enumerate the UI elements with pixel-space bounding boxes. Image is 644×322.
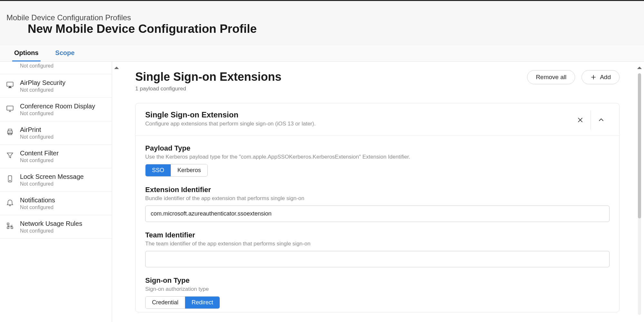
remove-payload-button[interactable] (572, 112, 589, 128)
field-team-identifier: Team Identifier The team identifier of t… (145, 231, 610, 267)
sidebar-item-airplay-security[interactable]: AirPlay Security Not configured (0, 74, 112, 98)
sidebar-item-sub: Not configured (20, 158, 59, 163)
card-subtitle: Configure app extensions that perform si… (145, 121, 316, 127)
close-icon (577, 116, 584, 124)
svg-rect-9 (7, 227, 9, 228)
collapse-button[interactable] (593, 112, 610, 128)
field-payload-type: Payload Type Use the Kerberos payload ty… (145, 144, 610, 177)
sidebar-item-notifications[interactable]: Notifications Not configured (0, 192, 112, 215)
sidebar-item-sub: Not configured (20, 111, 95, 116)
payload-type-segmented: SSO Kerberos (145, 164, 208, 177)
sidebar-item-sub: Not configured (20, 87, 65, 93)
field-help: The team identifier of the app extension… (145, 241, 610, 247)
chevron-up-icon (598, 116, 605, 124)
field-title: Extension Identifier (145, 186, 610, 194)
signon-type-credential[interactable]: Credential (146, 297, 185, 308)
sidebar-item-content-filter[interactable]: Content Filter Not configured (0, 145, 112, 168)
sidebar-item-network-usage[interactable]: Network Usage Rules Not configured (0, 215, 112, 239)
plus-icon (590, 74, 597, 80)
signon-type-segmented: Credential Redirect (145, 296, 220, 309)
sidebar-scroll-up[interactable] (112, 62, 121, 322)
team-identifier-input[interactable] (145, 251, 610, 267)
tab-scope[interactable]: Scope (53, 45, 77, 61)
sidebar-item-label: Network Usage Rules (20, 220, 82, 227)
conference-room-icon (6, 104, 14, 113)
field-extension-identifier: Extension Identifier Bundle identifier o… (145, 186, 610, 222)
svg-rect-8 (11, 227, 13, 228)
sidebar-item-label: AirPrint (20, 126, 53, 133)
sidebar-item-sub: Not configured (20, 63, 53, 69)
sso-extension-card: Single Sign-on Extension Configure app e… (135, 103, 620, 312)
sidebar-item-airprint[interactable]: AirPrint Not configured (0, 121, 112, 145)
sidebar-item-sub: Not configured (20, 228, 82, 234)
scrollbar-track[interactable] (638, 73, 641, 315)
payload-type-sso[interactable]: SSO (146, 164, 171, 176)
sidebar-item-sub: Not configured (20, 134, 53, 140)
extension-identifier-input[interactable] (145, 206, 610, 222)
svg-rect-1 (7, 106, 13, 110)
field-title: Team Identifier (145, 231, 610, 239)
add-label: Add (600, 74, 611, 81)
card-title: Single Sign-on Extension (145, 110, 316, 119)
signon-type-redirect[interactable]: Redirect (185, 297, 220, 308)
section-title: Single Sign-on Extensions (135, 70, 281, 84)
field-title: Sign-on Type (145, 276, 610, 285)
sidebar-item-label: Content Filter (20, 149, 59, 157)
sidebar-item-sub: Not configured (20, 205, 55, 210)
main-scrollbar[interactable] (635, 62, 644, 322)
page-title: New Mobile Device Configuration Profile (28, 22, 638, 36)
section-subtitle: 1 payload configured (135, 86, 281, 92)
sidebar-item-lock-screen[interactable]: Lock Screen Message Not configured (0, 168, 112, 192)
field-signon-type: Sign-on Type Sign-on authorization type … (145, 276, 610, 309)
lock-screen-icon (6, 175, 14, 183)
scrollbar-thumb[interactable] (638, 73, 641, 218)
field-help: Bundle identifier of the app extension t… (145, 195, 610, 202)
sidebar-item-sub: Not configured (20, 181, 84, 187)
add-button[interactable]: Add (582, 70, 620, 84)
network-icon (6, 222, 14, 230)
svg-rect-7 (7, 223, 9, 225)
svg-rect-3 (8, 129, 12, 131)
divider (591, 110, 591, 130)
sidebar-item-label: Lock Screen Message (20, 173, 84, 180)
payload-sidebar: Not configured AirPlay Security Not conf… (0, 62, 112, 322)
sidebar-item-label: Notifications (20, 196, 55, 204)
svg-point-6 (10, 180, 10, 181)
remove-all-button[interactable]: Remove all (527, 70, 575, 84)
field-help: Use the Kerberos payload type for the "c… (145, 154, 610, 160)
svg-rect-0 (7, 82, 13, 86)
airplay-security-icon (6, 81, 14, 89)
airprint-icon (6, 128, 14, 136)
scroll-up-icon (637, 66, 642, 70)
sidebar-item-label: AirPlay Security (20, 79, 65, 87)
tab-options[interactable]: Options (12, 45, 41, 61)
sidebar-item-airplay-prev[interactable]: Not configured (0, 62, 112, 74)
payload-type-kerberos[interactable]: Kerberos (171, 164, 207, 176)
airplay-icon (6, 62, 14, 71)
bell-icon (6, 198, 14, 207)
field-help: Sign-on authorization type (145, 286, 610, 292)
field-title: Payload Type (145, 144, 610, 152)
sidebar-item-label: Conference Room Display (20, 102, 95, 110)
sidebar-item-conference-room[interactable]: Conference Room Display Not configured (0, 98, 112, 121)
tab-strip: Options Scope (0, 45, 644, 62)
remove-all-label: Remove all (536, 74, 566, 81)
filter-icon (6, 151, 14, 160)
